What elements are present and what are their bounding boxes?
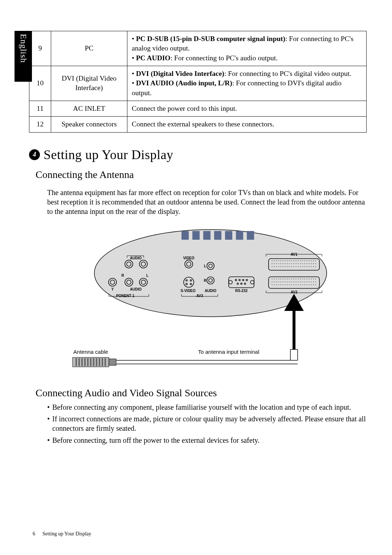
svg-text:AV3: AV3 (196, 294, 203, 298)
footer-text: Setting up Your Display (42, 531, 91, 537)
av-bullets: •Before connecting any component, please… (47, 402, 367, 445)
svg-rect-67 (81, 358, 83, 366)
svg-text:AUDIO: AUDIO (130, 287, 142, 291)
svg-rect-74 (102, 358, 103, 366)
svg-text:L: L (146, 274, 148, 278)
section-number-badge: 4 (29, 149, 40, 160)
antenna-paragraph: The antenna equipment has far more effec… (47, 188, 367, 216)
svg-rect-5 (225, 231, 232, 240)
list-item: •Before connecting any component, please… (47, 402, 367, 412)
table-row: 10 DVI (Digital Video Interface) • DVI (… (29, 66, 367, 101)
svg-text:AUDIO: AUDIO (130, 256, 142, 260)
svg-rect-71 (93, 358, 94, 366)
table-desc: Connect the external speakers to these c… (127, 117, 367, 132)
svg-text:AUDIO: AUDIO (205, 289, 216, 293)
svg-rect-72 (96, 358, 97, 366)
svg-text:RS-232: RS-232 (235, 289, 248, 293)
svg-rect-6 (236, 231, 243, 240)
svg-rect-66 (78, 358, 80, 366)
svg-rect-68 (84, 358, 86, 366)
svg-rect-2 (192, 231, 200, 240)
list-item: •If incorrect connections are made, pict… (47, 414, 367, 433)
svg-text:PONENT 1: PONENT 1 (116, 294, 134, 298)
table-row: 9 PC • PC D-SUB (15-pin D-SUB computer s… (29, 31, 367, 66)
svg-rect-4 (214, 231, 221, 240)
svg-rect-75 (105, 358, 106, 366)
svg-rect-3 (203, 231, 211, 240)
table-row: 12 Speaker connectors Connect the extern… (29, 117, 367, 132)
svg-rect-73 (99, 358, 100, 366)
list-item: •Before connecting, turn off the power t… (47, 436, 367, 445)
svg-text:R: R (204, 279, 207, 283)
table-desc: • PC D-SUB (15-pin D-SUB computer signal… (127, 31, 367, 66)
language-label: English (19, 34, 28, 63)
svg-text:L: L (204, 264, 206, 268)
svg-rect-64 (109, 359, 116, 365)
svg-text:R: R (121, 274, 124, 278)
subsection-title-av: Connecting Audio and Video Signal Source… (36, 387, 367, 399)
svg-text:Antenna cable: Antenna cable (73, 349, 108, 355)
table-row: 11 AC INLET Connect the power cord to th… (29, 101, 367, 116)
table-desc: • DVI (Digital Video Interface): For con… (127, 66, 367, 101)
language-tab: English (15, 31, 32, 82)
svg-text:VIDEO: VIDEO (183, 256, 194, 260)
page-footer: 6 Setting up Your Display (33, 531, 91, 537)
svg-rect-7 (247, 231, 254, 240)
svg-text:To antenna input terminal: To antenna input terminal (198, 349, 259, 355)
svg-text:Y: Y (111, 287, 114, 291)
svg-rect-69 (87, 358, 89, 366)
connector-table: 9 PC • PC D-SUB (15-pin D-SUB computer s… (29, 31, 367, 133)
svg-rect-1 (181, 231, 189, 240)
section-title: Setting up Your Display (44, 147, 173, 162)
page-number: 6 (33, 531, 35, 537)
svg-rect-70 (90, 358, 91, 366)
diagram-svg: AUDIO VIDEO L R S-VIDEO AUDIO RS-232 Y A… (58, 226, 338, 382)
svg-text:AV2: AV2 (291, 290, 298, 294)
svg-text:S-VIDEO: S-VIDEO (180, 289, 195, 293)
section-title-row: 4 Setting up Your Display (29, 147, 367, 162)
page-content: 9 PC • PC D-SUB (15-pin D-SUB computer s… (0, 0, 392, 462)
antenna-diagram: AUDIO VIDEO L R S-VIDEO AUDIO RS-232 Y A… (29, 226, 367, 382)
table-desc: Connect the power cord to this input. (127, 101, 367, 116)
svg-rect-65 (75, 358, 77, 366)
subsection-title-antenna: Connecting the Antenna (36, 169, 367, 181)
